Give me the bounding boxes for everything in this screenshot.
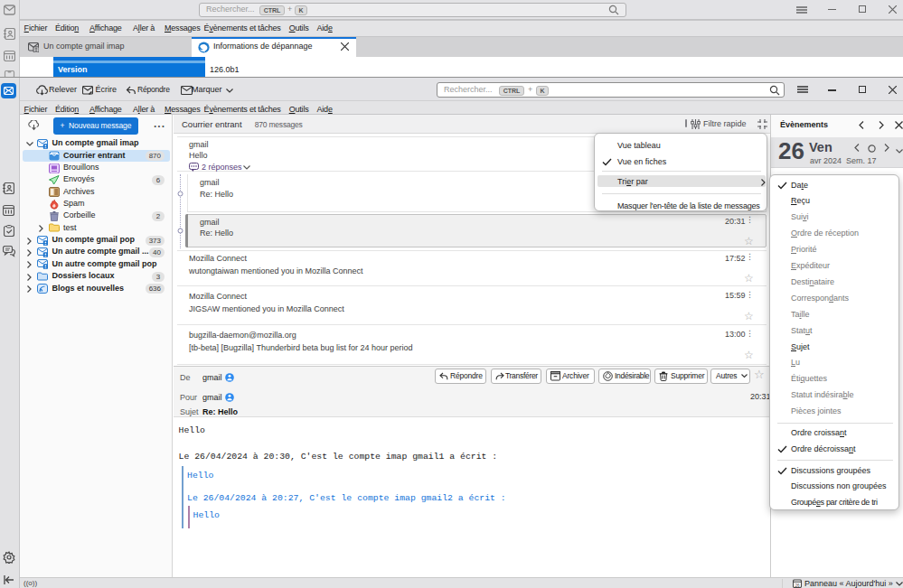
svg-text:26: 26 [795, 583, 800, 588]
